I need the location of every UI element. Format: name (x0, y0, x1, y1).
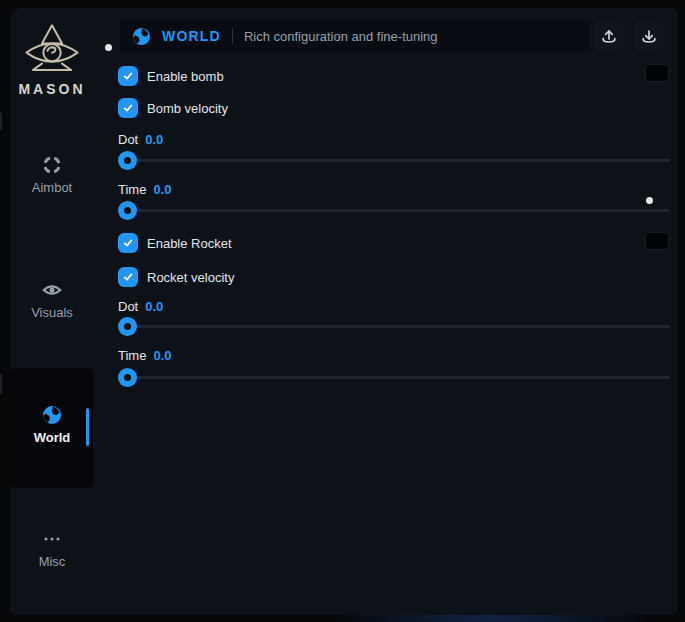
cheat-menu-window: MASON Aimbot Visuals World (10, 8, 678, 615)
cursor-dot (105, 44, 112, 51)
page-subtitle: Rich configuration and fine-tuning (244, 29, 438, 44)
globe-icon (132, 27, 151, 46)
sidebar-item-aimbot[interactable]: Aimbot (10, 155, 94, 195)
background-artifact (0, 112, 2, 130)
sidebar-item-label: World (34, 430, 71, 445)
rocket-color-swatch[interactable] (645, 232, 669, 250)
bomb-velocity-label: Bomb velocity (147, 101, 228, 116)
rocket-time-slider[interactable] (118, 368, 670, 387)
slider-knob[interactable] (118, 151, 137, 170)
app-title: MASON (18, 81, 85, 97)
sidebar-item-world[interactable]: World (10, 405, 94, 445)
crosshair-icon (42, 155, 62, 175)
slider-track[interactable] (118, 325, 670, 328)
enable-rocket-label: Enable Rocket (147, 236, 232, 251)
bomb-color-swatch[interactable] (645, 64, 669, 82)
download-icon (640, 27, 658, 45)
screen: MASON Aimbot Visuals World (0, 0, 685, 622)
slider-knob[interactable] (118, 201, 137, 220)
slider-name: Dot (118, 132, 138, 147)
bomb-dot-slider-label: Dot 0.0 (118, 132, 163, 147)
bomb-time-slider[interactable] (118, 201, 670, 220)
rocket-dot-slider-label: Dot 0.0 (118, 299, 163, 314)
slider-knob[interactable] (118, 368, 137, 387)
enable-bomb-checkbox[interactable] (118, 66, 138, 86)
save-config-button[interactable] (634, 21, 664, 51)
slider-value: 0.0 (145, 299, 163, 314)
page-header: WORLD Rich configuration and fine-tuning (120, 20, 590, 52)
bomb-velocity-checkbox[interactable] (118, 98, 138, 118)
slider-value: 0.0 (153, 182, 171, 197)
enable-bomb-row[interactable]: Enable bomb (118, 65, 224, 87)
app-logo: MASON (10, 22, 94, 97)
bomb-time-slider-label: Time 0.0 (118, 182, 171, 197)
header-divider (232, 28, 233, 44)
check-icon (122, 271, 134, 283)
rocket-velocity-label: Rocket velocity (147, 270, 234, 285)
sidebar-item-label: Aimbot (32, 180, 72, 195)
rocket-velocity-row[interactable]: Rocket velocity (118, 266, 234, 288)
enable-rocket-checkbox[interactable] (118, 233, 138, 253)
slider-track[interactable] (118, 209, 670, 212)
slider-track[interactable] (118, 159, 670, 162)
enable-bomb-label: Enable bomb (147, 69, 224, 84)
check-icon (122, 102, 134, 114)
load-config-button[interactable] (594, 21, 624, 51)
active-tab-indicator (86, 408, 89, 446)
slider-name: Time (118, 348, 146, 363)
bomb-dot-slider[interactable] (118, 151, 670, 170)
check-icon (122, 237, 134, 249)
slider-track[interactable] (118, 376, 670, 379)
sidebar-item-misc[interactable]: Misc (10, 529, 94, 569)
slider-name: Dot (118, 299, 138, 314)
rocket-velocity-checkbox[interactable] (118, 267, 138, 287)
slider-knob[interactable] (118, 317, 137, 336)
slider-value: 0.0 (145, 132, 163, 147)
sidebar-item-visuals[interactable]: Visuals (10, 280, 94, 320)
bomb-velocity-row[interactable]: Bomb velocity (118, 97, 228, 119)
rocket-time-slider-label: Time 0.0 (118, 348, 171, 363)
sidebar-item-label: Misc (39, 554, 66, 569)
slider-value: 0.0 (153, 348, 171, 363)
globe-icon (42, 405, 62, 425)
enable-rocket-row[interactable]: Enable Rocket (118, 232, 232, 254)
ellipsis-icon (42, 529, 62, 549)
upload-icon (600, 27, 618, 45)
slider-name: Time (118, 182, 146, 197)
masonic-eye-logo-icon (21, 22, 83, 76)
eye-icon (42, 280, 62, 300)
rocket-dot-slider[interactable] (118, 317, 670, 336)
background-artifact (0, 374, 2, 394)
page-title: WORLD (162, 28, 221, 44)
cursor-dot (646, 197, 653, 204)
check-icon (122, 70, 134, 82)
sidebar-item-label: Visuals (31, 305, 73, 320)
